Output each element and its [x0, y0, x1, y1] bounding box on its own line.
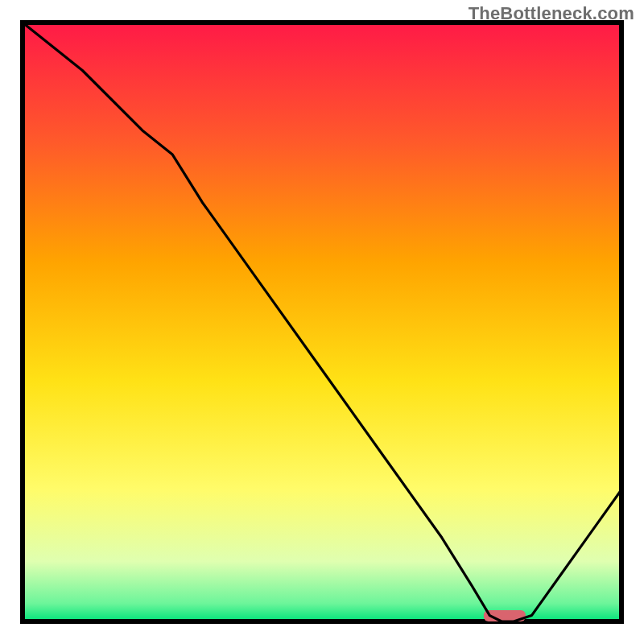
bottleneck-chart [0, 0, 644, 644]
plot-background [23, 23, 621, 621]
chart-stage: TheBottleneck.com [0, 0, 644, 644]
watermark-text: TheBottleneck.com [469, 3, 634, 24]
